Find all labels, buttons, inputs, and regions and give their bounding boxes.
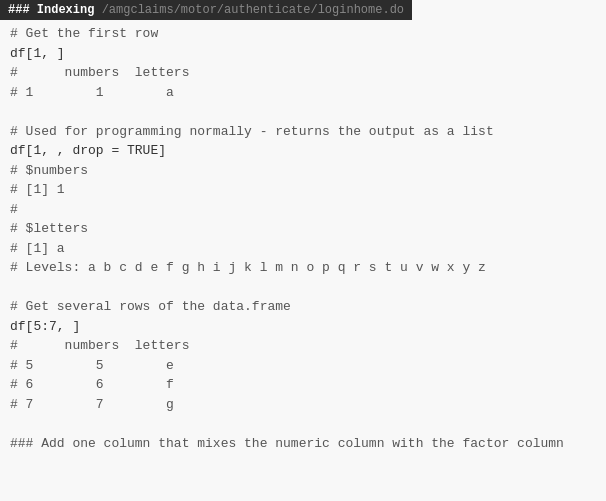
code-line: df[1, ] [10,44,596,64]
tooltip-bar: ### Indexing /amgclaims/motor/authentica… [0,0,412,20]
output-line: # $letters [10,219,596,239]
tooltip-url: /amgclaims/motor/authenticate/loginhome.… [102,3,404,17]
empty-line [10,414,596,434]
comment-line: # Get several rows of the data.frame [10,297,596,317]
output-line: # Levels: a b c d e f g h i j k l m n o … [10,258,596,278]
tooltip-heading: ### Indexing [8,3,94,17]
code-line: df[5:7, ] [10,317,596,337]
output-line: # [1] 1 [10,180,596,200]
output-line: # [10,200,596,220]
comment-line: ### Add one column that mixes the numeri… [10,434,596,454]
output-line: # 7 7 g [10,395,596,415]
output-line: # numbers letters [10,63,596,83]
empty-line [10,102,596,122]
empty-line [10,278,596,298]
output-line: # numbers letters [10,336,596,356]
comment-line: # Get the first row [10,24,596,44]
output-line: # 6 6 f [10,375,596,395]
code-line: df[1, , drop = TRUE] [10,141,596,161]
output-line: # 5 5 e [10,356,596,376]
output-line: # 1 1 a [10,83,596,103]
comment-line: # Used for programming normally - return… [10,122,596,142]
output-line: # [1] a [10,239,596,259]
code-area: # Get the first rowdf[1, ]# numbers lett… [0,0,606,501]
output-line: # $numbers [10,161,596,181]
